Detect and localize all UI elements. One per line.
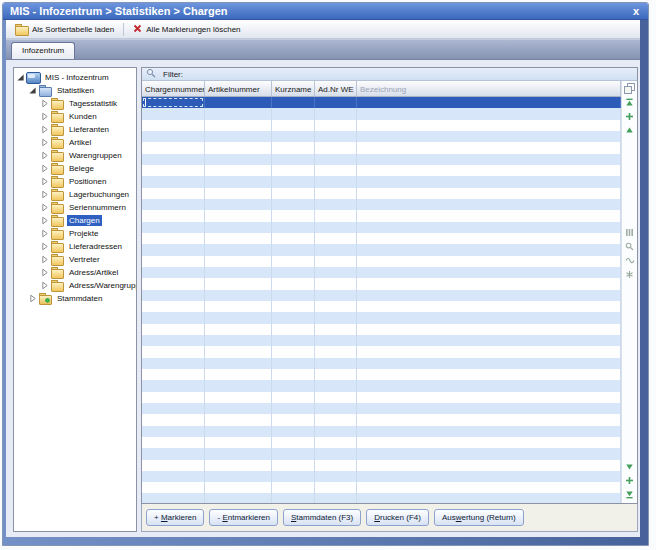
expand-toggle-icon[interactable] xyxy=(40,255,49,264)
tree-item-artikel[interactable]: Artikel xyxy=(14,136,136,149)
expand-toggle-icon[interactable] xyxy=(40,281,49,290)
tree-item-lieferadressen[interactable]: Lieferadressen xyxy=(14,240,136,253)
expand-toggle-icon[interactable] xyxy=(40,99,49,108)
table-row[interactable] xyxy=(142,346,621,357)
move-down-icon[interactable] xyxy=(624,461,636,472)
collapse-toggle-icon[interactable] xyxy=(28,86,37,95)
table-row[interactable] xyxy=(142,460,621,471)
table-row[interactable] xyxy=(142,256,621,267)
table-row[interactable] xyxy=(142,437,621,448)
action-button-stammdaten-f3[interactable]: Stammdaten (F3) xyxy=(283,509,361,526)
move-up-icon[interactable] xyxy=(624,125,636,136)
column-header-bezeichnung[interactable]: Bezeichnung xyxy=(357,81,621,96)
expand-toggle-icon[interactable] xyxy=(40,125,49,134)
table-row[interactable] xyxy=(142,176,621,187)
action-button-drucken-f4[interactable]: Drucken (F4) xyxy=(366,509,429,526)
tree-item-statistiken[interactable]: Statistiken xyxy=(14,84,136,97)
tree-item-vertreter[interactable]: Vertreter xyxy=(14,253,136,266)
grid-columns-icon[interactable] xyxy=(624,227,636,238)
table-row[interactable] xyxy=(142,493,621,503)
expand-toggle-icon[interactable] xyxy=(40,138,49,147)
table-row[interactable] xyxy=(142,97,621,108)
tab-infozentrum[interactable]: Infozentrum xyxy=(11,42,75,59)
table-row[interactable] xyxy=(142,244,621,255)
table-row[interactable] xyxy=(142,312,621,323)
table-row[interactable] xyxy=(142,210,621,221)
table-row[interactable] xyxy=(142,199,621,210)
table-row[interactable] xyxy=(142,154,621,165)
tree-item-kunden[interactable]: Kunden xyxy=(14,110,136,123)
add-icon[interactable] xyxy=(624,475,636,486)
action-button-markieren[interactable]: + Markieren xyxy=(146,509,204,526)
table-row[interactable] xyxy=(142,335,621,346)
search-icon[interactable] xyxy=(624,241,636,252)
table-row[interactable] xyxy=(142,448,621,459)
table-row[interactable] xyxy=(142,165,621,176)
table-row[interactable] xyxy=(142,108,621,119)
table-row[interactable] xyxy=(142,188,621,199)
go-last-icon[interactable] xyxy=(624,489,636,500)
table-row[interactable] xyxy=(142,358,621,369)
expand-toggle-icon[interactable] xyxy=(40,216,49,225)
expand-toggle-icon[interactable] xyxy=(40,151,49,160)
table-row[interactable] xyxy=(142,403,621,414)
tree-item-belege[interactable]: Belege xyxy=(14,162,136,175)
column-header-chargennummer[interactable]: Chargennummer xyxy=(142,81,205,96)
tree-item-mis-infozentrum[interactable]: MIS - Infozentrum xyxy=(14,71,136,84)
close-button[interactable]: x xyxy=(631,6,641,17)
action-button-entmarkieren[interactable]: - Entmarkieren xyxy=(209,509,277,526)
wave-icon[interactable] xyxy=(624,255,636,266)
load-sort-table-button[interactable]: Als Sortiertabelle laden xyxy=(10,23,118,36)
table-row[interactable] xyxy=(142,222,621,233)
table-row[interactable] xyxy=(142,278,621,289)
table-cell xyxy=(272,233,315,244)
expand-toggle-icon[interactable] xyxy=(40,177,49,186)
filter-row[interactable]: Filter: xyxy=(142,68,637,81)
add-icon[interactable] xyxy=(624,111,636,122)
table-row[interactable] xyxy=(142,426,621,437)
column-header-kurzname[interactable]: Kurzname xyxy=(272,81,315,96)
tree-item-positionen[interactable]: Positionen xyxy=(14,175,136,188)
expand-toggle-icon[interactable] xyxy=(28,294,37,303)
table-row[interactable] xyxy=(142,380,621,391)
table-row[interactable] xyxy=(142,369,621,380)
column-header-ad-nr-we[interactable]: Ad.Nr WE xyxy=(315,81,357,96)
action-button-auswertung-return[interactable]: Auswertung (Return) xyxy=(434,509,524,526)
table-row[interactable] xyxy=(142,131,621,142)
tree-item-stammdaten[interactable]: Stammdaten xyxy=(14,292,136,305)
table-row[interactable] xyxy=(142,233,621,244)
table-cell xyxy=(142,244,205,255)
collapse-toggle-icon[interactable] xyxy=(16,73,25,82)
tree-item-adress-warengruppen[interactable]: Adress/Warengruppen xyxy=(14,279,136,292)
expand-toggle-icon[interactable] xyxy=(40,203,49,212)
tree-item-warengruppen[interactable]: Warengruppen xyxy=(14,149,136,162)
go-first-icon[interactable] xyxy=(624,97,636,108)
expand-toggle-icon[interactable] xyxy=(40,242,49,251)
column-header-artikelnummer[interactable]: Artikelnummer xyxy=(205,81,272,96)
table-row[interactable] xyxy=(142,471,621,482)
tree-item-chargen[interactable]: Chargen xyxy=(14,214,136,227)
tree-item-seriennummern[interactable]: Seriennummern xyxy=(14,201,136,214)
asterisk-icon[interactable] xyxy=(624,269,636,280)
tree-item-projekte[interactable]: Projekte xyxy=(14,227,136,240)
table-row[interactable] xyxy=(142,290,621,301)
table-row[interactable] xyxy=(142,392,621,403)
expand-toggle-icon[interactable] xyxy=(40,268,49,277)
expand-toggle-icon[interactable] xyxy=(40,164,49,173)
table-row[interactable] xyxy=(142,324,621,335)
table-row[interactable] xyxy=(142,120,621,131)
tree-item-tagesstatistik[interactable]: Tagesstatistik xyxy=(14,97,136,110)
copy-icon[interactable] xyxy=(624,83,636,94)
table-row[interactable] xyxy=(142,414,621,425)
table-row[interactable] xyxy=(142,482,621,493)
expand-toggle-icon[interactable] xyxy=(40,112,49,121)
expand-toggle-icon[interactable] xyxy=(40,229,49,238)
tree-item-adress-artikel[interactable]: Adress/Artikel xyxy=(14,266,136,279)
table-row[interactable] xyxy=(142,142,621,153)
tree-item-lagerbuchungen[interactable]: Lagerbuchungen xyxy=(14,188,136,201)
expand-toggle-icon[interactable] xyxy=(40,190,49,199)
clear-markings-button[interactable]: Alle Markierungen löschen xyxy=(129,23,244,36)
table-row[interactable] xyxy=(142,267,621,278)
table-row[interactable] xyxy=(142,301,621,312)
tree-item-lieferanten[interactable]: Lieferanten xyxy=(14,123,136,136)
